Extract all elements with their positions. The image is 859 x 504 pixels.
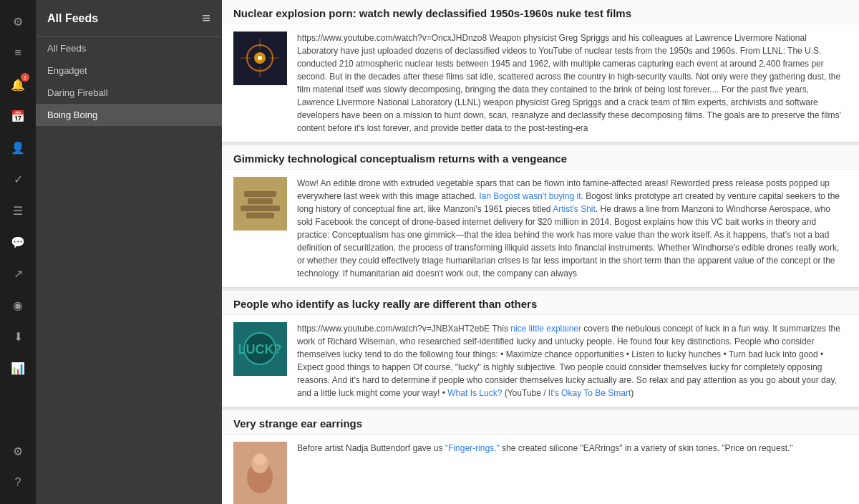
article-nuclear-thumb xyxy=(233,32,287,85)
article-earrings-thumb xyxy=(233,442,287,504)
download-icon[interactable]: ⬇ xyxy=(4,322,32,351)
sidebar-menu-icon[interactable]: ≡ xyxy=(202,10,210,26)
article-gimmicky-thumb xyxy=(233,177,287,231)
article-earrings: Very strange ear earrings Before artist … xyxy=(222,410,859,504)
person-icon[interactable]: 👤 xyxy=(4,133,32,162)
finger-rings-link[interactable]: "Finger-rings," xyxy=(445,443,500,453)
article-nuclear-title: Nuclear explosion porn: watch newly decl… xyxy=(222,0,859,24)
sidebar-item-label: All Feeds xyxy=(47,43,86,54)
settings2-icon[interactable]: ⚙ xyxy=(4,437,32,465)
sidebar-feed-list: All Feeds Engadget Daring Fireball Boing… xyxy=(36,37,222,126)
chat-icon[interactable]: 💬 xyxy=(4,228,32,256)
help-icon[interactable]: ? xyxy=(4,468,32,497)
sidebar-item-label: Engadget xyxy=(47,65,87,76)
article-lucky-body: LUCK? https://www.youtube.com/watch?v=JN… xyxy=(222,315,859,407)
menu-icon[interactable]: ≡ xyxy=(4,39,32,67)
calendar-icon[interactable]: 📅 xyxy=(4,102,32,130)
main-content: Nuclear explosion porn: watch newly decl… xyxy=(222,0,859,504)
chart-icon[interactable]: 📊 xyxy=(4,354,32,382)
artists-shit-link[interactable]: Artist's Shit xyxy=(553,204,596,214)
article-gimmicky: Gimmicky technological conceptualism ret… xyxy=(222,145,859,288)
svg-text:LUCK?: LUCK? xyxy=(238,342,282,357)
explainer-link[interactable]: nice little explainer xyxy=(510,324,581,334)
sidebar-item-all-feeds[interactable]: All Feeds xyxy=(36,37,222,59)
icon-column: ⚙ ≡ 🔔 1 📅 👤 ✓ ☰ 💬 ↗ ◉ ⬇ 📊 ⚙ ? xyxy=(0,0,36,504)
bell-icon[interactable]: 🔔 1 xyxy=(4,70,32,99)
article-lucky-text: https://www.youtube.com/watch?v=JNBXaHT2… xyxy=(297,322,848,399)
sidebar-item-boing-boing[interactable]: Boing Boing xyxy=(36,104,222,126)
sidebar-header: All Feeds ≡ xyxy=(36,0,222,37)
article-gimmicky-text: Wow! An edible drone with extruded veget… xyxy=(297,177,848,280)
svg-point-3 xyxy=(258,56,262,60)
sidebar-item-engadget[interactable]: Engadget xyxy=(36,59,222,82)
okay-smart-link[interactable]: It's Okay To Be Smart xyxy=(548,388,631,398)
article-lucky-thumb: LUCK? xyxy=(233,322,287,376)
svg-point-19 xyxy=(254,454,266,465)
svg-rect-9 xyxy=(244,191,276,197)
sidebar-item-daring-fireball[interactable]: Daring Fireball xyxy=(36,82,222,104)
article-gimmicky-title: Gimmicky technological conceptualism ret… xyxy=(222,145,859,170)
article-earrings-title: Very strange ear earrings xyxy=(222,410,859,435)
sidebar-title: All Feeds xyxy=(47,12,98,25)
article-nuclear: Nuclear explosion porn: watch newly decl… xyxy=(222,0,859,142)
sidebar-item-label: Boing Boing xyxy=(47,110,97,120)
bogost-link[interactable]: Ian Bogost wasn't buying it xyxy=(479,191,581,201)
article-lucky: People who identify as lucky really are … xyxy=(222,291,859,407)
share-icon[interactable]: ↗ xyxy=(4,259,32,288)
article-gimmicky-body: Wow! An edible drone with extruded veget… xyxy=(222,170,859,287)
article-nuclear-body: https://www.youtube.com/watch?v=OncxJHDn… xyxy=(222,24,859,142)
article-earrings-text: Before artist Nadja Buttendorf gave us "… xyxy=(297,442,848,504)
sidebar: All Feeds ≡ All Feeds Engadget Daring Fi… xyxy=(36,0,222,504)
svg-rect-11 xyxy=(241,205,280,211)
sidebar-item-label: Daring Fireball xyxy=(47,87,108,98)
article-earrings-body: Before artist Nadja Buttendorf gave us "… xyxy=(222,435,859,504)
article-lucky-title: People who identify as lucky really are … xyxy=(222,291,859,315)
svg-rect-12 xyxy=(246,213,274,218)
list-icon[interactable]: ☰ xyxy=(4,196,32,225)
svg-rect-10 xyxy=(248,198,273,204)
what-is-luck-link[interactable]: What Is Luck? xyxy=(447,388,502,398)
check-icon[interactable]: ✓ xyxy=(4,165,32,193)
bell-badge: 1 xyxy=(21,73,29,82)
article-nuclear-text: https://www.youtube.com/watch?v=OncxJHDn… xyxy=(297,32,848,135)
gear-icon[interactable]: ⚙ xyxy=(4,7,32,36)
rss-icon[interactable]: ◉ xyxy=(4,291,32,319)
